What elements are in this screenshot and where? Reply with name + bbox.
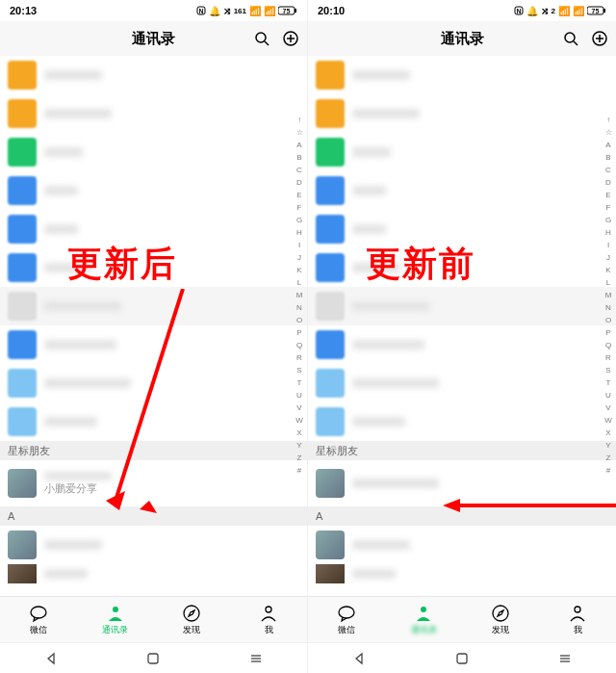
list-item[interactable] [308, 402, 616, 441]
alpha-letter[interactable]: A [296, 139, 301, 151]
alpha-letter[interactable]: W [604, 414, 612, 427]
alpha-letter[interactable]: C [605, 164, 611, 176]
alpha-index[interactable]: ↑☆ABCDEFGHIJKLMNOPQRSTUVWXYZ# [603, 114, 614, 477]
alpha-letter[interactable]: K [296, 264, 301, 276]
alpha-letter[interactable]: F [606, 201, 611, 214]
alpha-letter[interactable]: L [297, 276, 301, 289]
alpha-letter[interactable]: B [296, 151, 301, 164]
list-item[interactable] [0, 133, 307, 171]
nav-back[interactable] [43, 651, 59, 666]
alpha-letter[interactable]: Y [296, 439, 301, 452]
list-item[interactable] [308, 325, 616, 364]
alpha-letter[interactable]: ↑ [606, 114, 610, 126]
list-item[interactable] [0, 171, 307, 210]
alpha-letter[interactable]: P [296, 326, 301, 339]
list-item[interactable] [308, 526, 616, 564]
nav-back[interactable] [351, 651, 367, 666]
alpha-letter[interactable]: Z [606, 452, 611, 464]
alpha-letter[interactable]: ☆ [296, 126, 303, 139]
alpha-letter[interactable]: F [297, 201, 302, 214]
alpha-letter[interactable]: D [296, 176, 302, 189]
alpha-letter[interactable]: V [296, 401, 301, 414]
search-icon[interactable] [253, 30, 270, 47]
alpha-letter[interactable]: L [606, 276, 610, 289]
alpha-letter[interactable]: Q [605, 339, 611, 351]
tab-chat[interactable]: 微信 [308, 597, 385, 642]
alpha-letter[interactable]: ☆ [605, 126, 612, 139]
alpha-letter[interactable]: P [605, 326, 610, 339]
arrow-before [443, 496, 616, 515]
add-icon[interactable] [591, 30, 608, 47]
nav-menu[interactable] [248, 651, 264, 666]
alpha-letter[interactable]: J [297, 251, 301, 264]
alpha-letter[interactable]: A [605, 139, 610, 151]
alpha-letter[interactable]: D [605, 176, 611, 189]
alpha-letter[interactable]: N [605, 301, 611, 314]
alpha-letter[interactable]: S [605, 364, 610, 376]
alpha-letter[interactable]: X [605, 427, 610, 439]
alpha-letter[interactable]: X [296, 427, 301, 439]
list-item[interactable] [0, 94, 307, 133]
list-item[interactable] [308, 94, 616, 133]
tab-contacts[interactable]: 通讯录 [77, 597, 154, 642]
list-item[interactable] [308, 287, 616, 325]
alpha-letter[interactable]: I [607, 239, 609, 251]
alpha-letter[interactable]: Z [297, 452, 302, 464]
alpha-letter[interactable]: G [296, 214, 302, 226]
alpha-letter[interactable]: O [296, 314, 302, 326]
tab-contacts[interactable]: 通讯录 [385, 597, 462, 642]
alpha-letter[interactable]: U [296, 389, 302, 401]
add-icon[interactable] [282, 30, 299, 47]
tab-me[interactable]: 我 [230, 597, 307, 642]
alpha-letter[interactable]: # [606, 464, 610, 477]
alpha-letter[interactable]: W [295, 414, 303, 427]
alpha-letter[interactable]: T [297, 376, 302, 389]
alpha-letter[interactable]: H [605, 226, 611, 239]
list-item[interactable] [308, 133, 616, 171]
alpha-letter[interactable]: T [606, 376, 611, 389]
alpha-letter[interactable]: M [296, 289, 303, 301]
alpha-letter[interactable]: O [605, 314, 611, 326]
list-item[interactable] [308, 171, 616, 210]
alpha-letter[interactable]: S [296, 364, 301, 376]
alpha-index[interactable]: ↑☆ABCDEFGHIJKLMNOPQRSTUVWXYZ# [294, 114, 305, 477]
alpha-letter[interactable]: U [605, 389, 611, 401]
alpha-letter[interactable]: E [296, 189, 301, 201]
alpha-letter[interactable]: # [297, 464, 301, 477]
tab-discover[interactable]: 发现 [154, 597, 231, 642]
svg-point-5 [256, 33, 266, 42]
tab-discover[interactable]: 发现 [462, 597, 539, 642]
alpha-letter[interactable]: G [605, 214, 611, 226]
list-item[interactable] [308, 364, 616, 402]
list-item[interactable] [308, 56, 616, 94]
list-item[interactable] [0, 526, 307, 564]
alpha-letter[interactable]: N [296, 301, 302, 314]
alpha-letter[interactable]: ↑ [297, 114, 301, 126]
nav-home[interactable] [454, 651, 470, 666]
alpha-letter[interactable]: B [605, 151, 610, 164]
svg-text:N: N [516, 8, 521, 14]
list-item[interactable] [0, 56, 307, 94]
alpha-letter[interactable]: E [605, 189, 610, 201]
avatar [316, 531, 345, 559]
svg-point-34 [421, 607, 426, 612]
search-icon[interactable] [562, 30, 579, 47]
alpha-letter[interactable]: K [605, 264, 610, 276]
alpha-letter[interactable]: M [605, 289, 612, 301]
alpha-letter[interactable]: I [298, 239, 300, 251]
alpha-letter[interactable]: Q [296, 339, 302, 351]
alpha-letter[interactable]: J [606, 251, 610, 264]
alpha-letter[interactable]: R [605, 351, 611, 364]
alpha-letter[interactable]: C [296, 164, 302, 176]
alpha-letter[interactable]: V [605, 401, 610, 414]
list-item[interactable] [308, 564, 616, 583]
tab-chat[interactable]: 微信 [0, 597, 77, 642]
nav-home[interactable] [145, 651, 161, 666]
alpha-letter[interactable]: Y [605, 439, 610, 452]
nav-menu[interactable] [557, 651, 573, 666]
alpha-letter[interactable]: H [296, 226, 302, 239]
tab-me[interactable]: 我 [539, 597, 616, 642]
list-item[interactable] [0, 564, 307, 583]
svg-text:N: N [198, 8, 203, 14]
alpha-letter[interactable]: R [296, 351, 302, 364]
